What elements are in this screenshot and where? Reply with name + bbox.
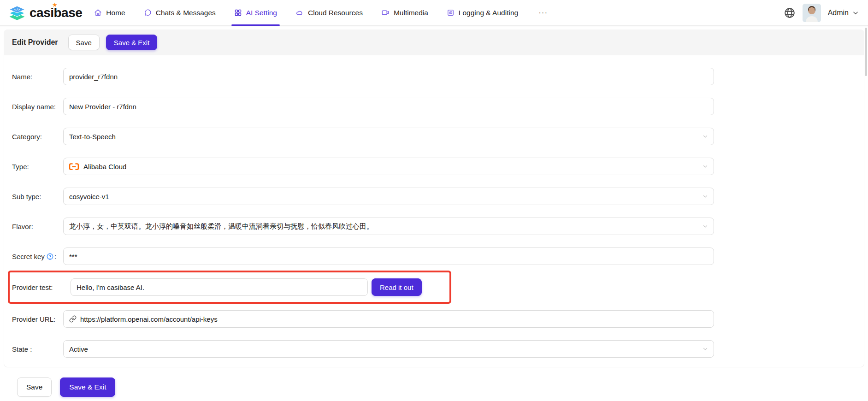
question-circle-icon[interactable]	[47, 253, 53, 260]
display-name-input[interactable]	[63, 98, 714, 115]
category-select[interactable]: Text-to-Speech	[63, 128, 714, 145]
top-navbar: </> casibase ★ Home Chats & Messages	[0, 0, 868, 26]
nav-more-button[interactable]: ···	[537, 8, 549, 18]
nav-item-ai-setting[interactable]: AI Setting	[234, 0, 277, 26]
page-header: Edit Provider Save Save & Exit	[4, 29, 864, 55]
secret-key-input[interactable]	[63, 248, 714, 265]
navbar-right: Admin	[784, 4, 859, 22]
provider-test-input[interactable]	[71, 278, 368, 296]
nav-item-label: Logging & Auditing	[459, 9, 518, 17]
form-row-display-name: Display name:	[4, 98, 864, 115]
nav-item-logging-auditing[interactable]: Logging & Auditing	[447, 0, 518, 26]
nav-item-multimedia[interactable]: Multimedia	[381, 0, 428, 26]
page-title: Edit Provider	[8, 38, 58, 47]
chevron-down-icon	[852, 10, 859, 16]
language-globe-icon[interactable]	[784, 7, 796, 19]
field-label: Flavor:	[4, 223, 63, 230]
read-it-out-button[interactable]: Read it out	[372, 278, 422, 296]
category-value: Text-to-Speech	[69, 133, 116, 141]
nav-item-home[interactable]: Home	[94, 0, 125, 26]
save-button[interactable]: Save	[68, 35, 100, 50]
field-label: Provider URL:	[4, 315, 63, 323]
nav-item-cloud-resources[interactable]: Cloud Resources	[295, 0, 363, 26]
chat-bubble-icon	[144, 9, 152, 17]
name-input[interactable]	[63, 68, 714, 85]
edit-provider-form: Name: Display name: Category: Text-to-Sp…	[4, 55, 864, 367]
star-icon: ★	[52, 2, 58, 8]
cloud-icon	[295, 9, 304, 17]
form-row-secret-key: Secret key :	[4, 248, 864, 265]
field-label: Sub type:	[4, 193, 63, 200]
user-name-label: Admin	[828, 9, 849, 17]
field-label: Secret key :	[4, 253, 63, 260]
sub-type-value: cosyvoice-v1	[69, 193, 109, 200]
grid-icon	[234, 9, 242, 17]
form-row-name: Name:	[4, 68, 864, 85]
field-label: Category:	[4, 133, 63, 141]
alibaba-cloud-icon	[69, 163, 79, 170]
form-row-sub-type: Sub type: cosyvoice-v1	[4, 188, 864, 205]
field-label: Provider test:	[10, 283, 71, 291]
nav-item-label: Multimedia	[394, 9, 428, 17]
flavor-select[interactable]: 龙小淳，女，中英双语。龙小淳的嗓音如丝般柔滑，温暖中流淌着亲切与抚慰，恰似春风吹…	[63, 218, 714, 235]
footer-save-button[interactable]: Save	[17, 377, 52, 397]
user-menu[interactable]: Admin	[828, 9, 859, 17]
field-label: State :	[4, 345, 63, 353]
state-value: Active	[69, 345, 88, 353]
save-exit-button[interactable]: Save & Exit	[106, 35, 158, 50]
user-avatar[interactable]	[803, 4, 821, 22]
flavor-value: 龙小淳，女，中英双语。龙小淳的嗓音如丝般柔滑，温暖中流淌着亲切与抚慰，恰似春风吹…	[69, 222, 373, 231]
form-row-flavor: Flavor: 龙小淳，女，中英双语。龙小淳的嗓音如丝般柔滑，温暖中流淌着亲切与…	[4, 218, 864, 235]
nav-item-label: Cloud Resources	[308, 9, 363, 17]
nav-item-chats-messages[interactable]: Chats & Messages	[144, 0, 216, 26]
state-select[interactable]: Active	[63, 340, 714, 358]
form-row-state: State : Active	[4, 340, 864, 358]
footer-save-exit-button[interactable]: Save & Exit	[60, 377, 115, 397]
video-camera-icon	[381, 9, 390, 17]
form-row-provider-url: Provider URL: https://platform.openai.co…	[4, 310, 864, 328]
nav-item-label: Chats & Messages	[156, 9, 216, 17]
main-menu: Home Chats & Messages AI Setting Cloud R…	[94, 0, 549, 26]
casibase-layers-icon: </>	[7, 4, 27, 22]
link-icon	[69, 315, 77, 323]
field-label: Display name:	[4, 103, 63, 111]
provider-test-highlight-box: Provider test: Read it out	[8, 271, 451, 304]
log-document-icon	[447, 9, 455, 17]
type-select[interactable]: Alibaba Cloud	[63, 158, 714, 175]
footer-actions: Save Save & Exit	[17, 377, 868, 397]
vertical-scrollbar[interactable]	[865, 28, 867, 76]
field-label: Type:	[4, 163, 63, 171]
provider-url-field[interactable]: https://platform.openai.com/account/api-…	[63, 310, 714, 328]
svg-text:</>: </>	[14, 8, 20, 12]
form-row-category: Category: Text-to-Speech	[4, 128, 864, 145]
nav-item-label: AI Setting	[246, 9, 277, 17]
provider-url-value: https://platform.openai.com/account/api-…	[80, 315, 218, 323]
sub-type-select[interactable]: cosyvoice-v1	[63, 188, 714, 205]
form-row-type: Type: Alibaba Cloud	[4, 158, 864, 175]
field-label: Name:	[4, 73, 63, 81]
nav-item-label: Home	[106, 9, 125, 17]
home-icon	[94, 9, 102, 17]
app-window: </> casibase ★ Home Chats & Messages	[0, 0, 868, 401]
brand-logo[interactable]: </> casibase ★	[7, 4, 82, 22]
type-value: Alibaba Cloud	[83, 163, 126, 171]
